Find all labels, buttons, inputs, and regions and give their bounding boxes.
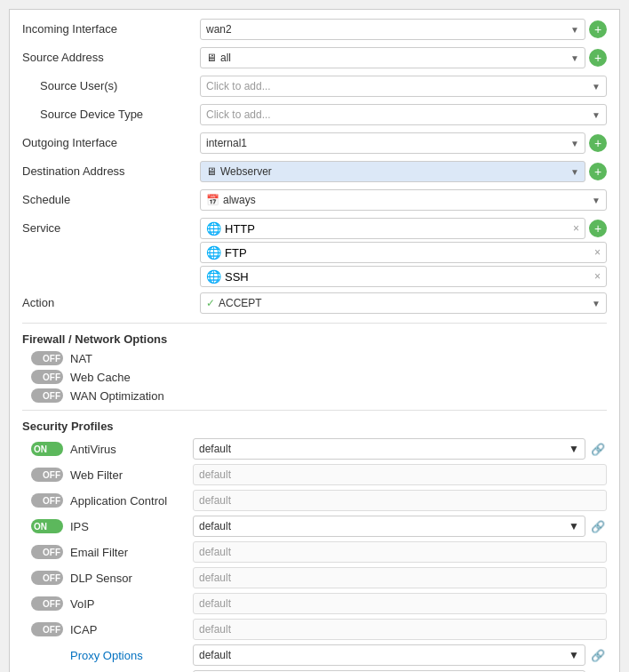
ips-link-icon[interactable]: 🔗 [589,517,607,535]
outgoing-interface-select[interactable]: internal1 ▼ [200,132,585,154]
schedule-arrow: ▼ [592,196,601,205]
wan-opt-label: WAN Optimization [70,389,164,403]
http-label: HTTP [225,222,255,236]
destination-address-icon: 🖥 [206,165,217,178]
ips-label: IPS [70,520,186,533]
service-http-tag: 🌐 HTTP × [200,218,585,239]
ssh-remove-btn[interactable]: × [594,270,601,283]
web-filter-input [193,464,607,485]
source-users-controls: Click to add... ▼ [200,76,607,97]
destination-address-input-row: 🖥Webserver ▼ + [200,161,607,182]
dlp-sensor-label: DLP Sensor [70,572,186,585]
ips-arrow: ▼ [569,520,579,532]
outgoing-interface-arrow: ▼ [570,139,579,148]
nat-toggle-row: OFF NAT [22,351,607,365]
antivirus-row: ON AntiVirus default ▼ 🔗 [22,438,607,460]
web-cache-toggle[interactable]: OFF [31,370,63,384]
destination-address-label: Destination Address [22,161,200,178]
destination-address-controls: 🖥Webserver ▼ + [200,161,607,182]
schedule-label: Schedule [22,189,200,206]
main-panel: Incoming Interface wan2 ▼ + Source Addre… [9,9,620,672]
app-control-label: Application Control [70,494,186,508]
source-address-select[interactable]: 🖥all ▼ [200,47,585,68]
source-address-controls: 🖥all ▼ + [200,47,607,68]
icap-label: ICAP [70,623,186,636]
schedule-select[interactable]: 📅always ▼ [200,189,607,211]
source-address-add-btn[interactable]: + [589,49,607,67]
icap-toggle[interactable]: OFF [31,622,63,636]
web-filter-label: Web Filter [70,468,186,482]
outgoing-interface-add-btn[interactable]: + [589,134,607,152]
source-address-row: Source Address 🖥all ▼ + [22,47,607,70]
dlp-sensor-row: OFF DLP Sensor [22,567,607,588]
ips-select[interactable]: default ▼ [193,516,585,537]
http-icon: 🌐 [206,221,221,236]
email-filter-label: Email Filter [70,546,186,559]
source-users-select[interactable]: Click to add... ▼ [200,76,607,97]
ips-toggle[interactable]: ON [31,519,63,533]
source-users-input-row: Click to add... ▼ [200,76,607,97]
source-address-arrow: ▼ [570,53,579,63]
antivirus-select-row: default ▼ 🔗 [193,438,607,460]
schedule-icon: 📅 [206,194,219,206]
email-filter-toggle[interactable]: OFF [31,545,63,559]
web-cache-label: Web Cache [70,371,131,384]
incoming-interface-add-btn[interactable]: + [589,20,607,38]
email-filter-input [193,541,607,563]
service-add-btn[interactable]: + [589,220,607,237]
app-control-input [193,490,607,511]
email-filter-row: OFF Email Filter [22,541,607,563]
antivirus-select[interactable]: default ▼ [193,438,585,460]
destination-address-select[interactable]: 🖥Webserver ▼ [200,161,585,182]
schedule-controls: 📅always ▼ [200,189,607,211]
service-ftp-tag: 🌐 FTP × [200,242,607,263]
source-device-type-row: Source Device Type Click to add... ▼ [22,104,607,127]
ftp-label: FTP [225,246,247,260]
service-ftp-row: 🌐 FTP × [200,242,607,263]
ftp-icon: 🌐 [206,245,221,260]
schedule-input-row: 📅always ▼ [200,189,607,211]
source-device-type-input-row: Click to add... ▼ [200,104,607,125]
icap-input [193,619,607,640]
icap-row: OFF ICAP [22,619,607,640]
action-select[interactable]: ✓ACCEPT ▼ [200,292,607,314]
voip-label: VoIP [70,597,186,611]
dlp-sensor-toggle[interactable]: OFF [31,571,63,585]
web-cache-toggle-row: OFF Web Cache [22,370,607,384]
web-filter-toggle[interactable]: OFF [31,468,63,482]
ftp-remove-btn[interactable]: × [594,246,601,259]
source-users-label: Source User(s) [22,76,200,92]
incoming-interface-label: Incoming Interface [22,19,200,36]
source-address-icon: 🖥 [206,52,217,64]
antivirus-toggle[interactable]: ON [31,442,63,456]
nat-toggle[interactable]: OFF [31,351,63,365]
service-http-row: 🌐 HTTP × + [200,218,607,239]
dlp-sensor-input [193,567,607,588]
destination-address-add-btn[interactable]: + [589,163,607,180]
http-remove-btn[interactable]: × [573,222,579,235]
incoming-interface-controls: wan2 ▼ + [200,19,607,40]
firewall-network-title: Firewall / Network Options [22,332,607,346]
proxy-options-select[interactable]: default ▼ [193,644,585,666]
source-device-type-controls: Click to add... ▼ [200,104,607,125]
destination-address-arrow: ▼ [570,167,579,177]
proxy-options-link-icon[interactable]: 🔗 [589,646,607,664]
outgoing-interface-label: Outgoing Interface [22,132,200,149]
ips-select-row: default ▼ 🔗 [193,516,607,537]
source-device-type-select[interactable]: Click to add... ▼ [200,104,607,125]
proxy-options-label[interactable]: Proxy Options [70,649,186,662]
app-control-toggle[interactable]: OFF [31,493,63,508]
action-arrow: ▼ [592,299,601,308]
incoming-interface-row: Incoming Interface wan2 ▼ + [22,19,607,42]
service-label: Service [22,218,200,235]
outgoing-interface-input-row: internal1 ▼ + [200,132,607,154]
security-profiles-title: Security Profiles [22,420,607,433]
wan-opt-toggle[interactable]: OFF [31,388,63,403]
incoming-interface-select[interactable]: wan2 ▼ [200,19,585,40]
outgoing-interface-controls: internal1 ▼ + [200,132,607,154]
source-device-type-arrow: ▼ [592,110,601,120]
voip-toggle[interactable]: OFF [31,596,63,611]
proxy-options-row: Proxy Options default ▼ 🔗 [22,644,607,666]
antivirus-link-icon[interactable]: 🔗 [589,440,607,458]
accept-check-icon: ✓ [206,297,215,309]
